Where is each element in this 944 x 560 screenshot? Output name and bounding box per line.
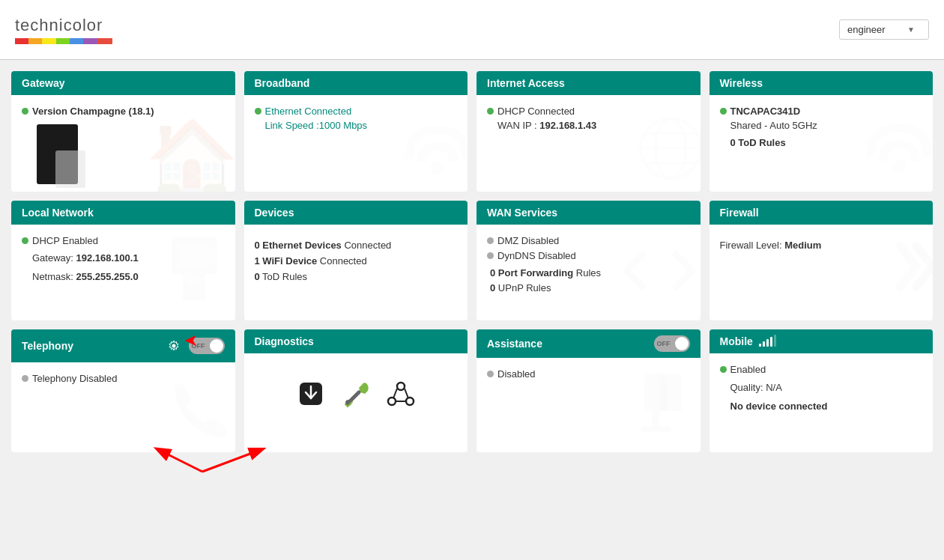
user-label: engineer: [847, 24, 886, 35]
assistance-toggle-label: OFF: [657, 340, 671, 347]
main-content: Gateway Version Champagne (18.1) 🏠 Broad…: [0, 60, 944, 463]
wireless-body: TNCAPAC341D Shared - Auto 5GHz 0 ToD Rul…: [709, 95, 934, 185]
wan-dmz: DMZ Disabled: [497, 235, 559, 246]
assistance-toggle[interactable]: OFF: [654, 335, 690, 352]
logo-area: technicolor: [15, 16, 112, 44]
mobile-no-device: No device connected: [730, 401, 828, 412]
telephony-header: Telephony OFF: [11, 329, 235, 362]
wireless-header: Wireless: [709, 71, 934, 95]
svg-line-19: [405, 389, 408, 398]
wan-services-card[interactable]: WAN Services DMZ Disabled DynDNS Disable…: [476, 201, 701, 320]
signal-bars-icon: [759, 336, 776, 347]
wan-pf-suffix: Rules: [573, 267, 601, 279]
chevron-down-icon: ▼: [907, 25, 915, 34]
gateway-card[interactable]: Gateway Version Champagne (18.1) 🏠: [11, 71, 235, 192]
firewall-title: Firewall: [720, 207, 759, 219]
assistance-header: Assistance OFF: [476, 329, 701, 358]
internet-wan-label: WAN IP :: [497, 120, 539, 131]
devices-eth-suffix: Connected: [342, 240, 392, 251]
dyndns-dot: [487, 252, 494, 259]
local-network-netmask-label: Netmask:: [32, 271, 76, 282]
diagnostics-body: [244, 353, 468, 443]
devices-eth-label: Ethernet Devices: [260, 240, 342, 251]
dmz-dot: [487, 237, 494, 244]
assistance-status: Disabled: [497, 368, 536, 380]
firewall-card[interactable]: Firewall Firewall Level: Medium: [709, 201, 934, 320]
telephony-toggle[interactable]: OFF: [189, 338, 225, 354]
mobile-enabled: Enabled: [730, 364, 766, 375]
mobile-header: Mobile: [709, 329, 934, 353]
local-network-card[interactable]: Local Network DHCP Enabled Gateway: 192.…: [11, 201, 235, 320]
mobile-quality-label: Quality:: [730, 382, 766, 393]
diagnostics-icons-area: [255, 364, 458, 423]
logo-colorbar: [15, 38, 112, 44]
devices-tod-count: 0: [255, 271, 260, 282]
local-network-body: DHCP Enabled Gateway: 192.168.100.1 Netm…: [11, 225, 235, 314]
broadband-line2: Link Speed :1000 Mbps: [265, 120, 368, 131]
diagnostics-card[interactable]: Diagnostics: [244, 329, 468, 452]
devices-header: Devices: [244, 201, 468, 225]
telephony-status-dot: [22, 375, 28, 382]
devices-card[interactable]: Devices 0 Ethernet Devices Connected 1 W…: [244, 201, 468, 320]
diagnostics-icon-download: [296, 379, 326, 416]
assistance-status-dot: [487, 371, 494, 377]
telephony-card[interactable]: Telephony OFF: [11, 329, 235, 452]
wireless-card[interactable]: Wireless TNCAPAC341D Shared - Auto 5GHz …: [709, 71, 934, 192]
wireless-title: Wireless: [720, 77, 763, 89]
broadband-line1: Ethernet Connected: [265, 106, 352, 117]
signal-bar-4: [770, 337, 772, 347]
telephony-status: Telephony Disabled: [32, 373, 117, 384]
internet-title: Internet Access: [487, 77, 565, 89]
local-network-gateway-label: Gateway:: [32, 252, 76, 264]
assistance-body: Disabled: [476, 358, 701, 448]
wireless-ssid: TNCAPAC341D: [730, 106, 801, 117]
wan-services-body: DMZ Disabled DynDNS Disabled 0 Port Forw…: [476, 225, 701, 314]
local-network-gateway-row: Gateway: 192.168.100.1: [32, 249, 225, 268]
local-network-dhcp: DHCP Enabled: [32, 235, 98, 246]
assistance-card[interactable]: Assistance OFF Disabled: [476, 329, 701, 452]
wireless-dot: [720, 108, 727, 115]
firewall-level: Medium: [784, 240, 821, 251]
mobile-body: Enabled Quality: N/A No device connected: [709, 353, 934, 443]
signal-bar-2: [763, 341, 765, 347]
broadband-dot: [255, 108, 261, 115]
signal-bar-1: [759, 344, 761, 347]
internet-wan-value: 192.168.1.43: [539, 120, 596, 131]
diagnostics-title: Diagnostics: [255, 335, 314, 347]
local-network-title: Local Network: [22, 207, 94, 219]
gateway-status-dot: [22, 108, 28, 115]
broadband-header: Broadband: [244, 71, 468, 95]
local-network-dot: [22, 237, 28, 244]
gateway-body: Version Champagne (18.1) 🏠: [11, 95, 235, 192]
svg-point-16: [388, 398, 396, 405]
mobile-no-device-row: No device connected: [730, 398, 923, 416]
wan-upnp-label: UPnP Rules: [495, 282, 551, 293]
svg-rect-23: [652, 411, 659, 426]
internet-header: Internet Access: [476, 71, 701, 95]
wan-services-title: WAN Services: [487, 207, 557, 219]
wan-dyndns: DynDNS Disabled: [497, 250, 576, 261]
broadband-body: Ethernet Connected Link Speed :1000 Mbps: [244, 95, 468, 185]
svg-point-6: [892, 160, 906, 174]
firewall-header: Firewall: [709, 201, 934, 225]
user-dropdown[interactable]: engineer ▼: [839, 19, 929, 40]
telephony-bg-icon: [160, 374, 235, 452]
wireless-tod: 0 ToD Rules: [730, 137, 786, 148]
wan-pf-label: Port Forwarding: [495, 267, 573, 279]
gateway-title: Gateway: [22, 77, 65, 89]
brand-name: technicolor: [15, 16, 112, 35]
internet-card[interactable]: Internet Access DHCP Connected WAN IP : …: [476, 71, 701, 192]
diagnostics-icon-network: [386, 379, 416, 416]
gateway-header: Gateway: [11, 71, 235, 95]
devices-wifi-label: WiFi Device: [260, 255, 317, 267]
devices-eth-count: 0: [255, 240, 260, 251]
telephony-settings-icon[interactable]: [163, 335, 184, 356]
telephony-title: Telephony: [22, 340, 73, 352]
mobile-card[interactable]: Mobile Enabled Quality: N/A: [709, 329, 934, 452]
local-network-gateway-value: 192.168.100.1: [76, 252, 139, 264]
broadband-card[interactable]: Broadband Ethernet Connected Link Speed …: [244, 71, 468, 192]
local-network-netmask-row: Netmask: 255.255.255.0: [32, 268, 225, 287]
devices-wifi-suffix: Connected: [317, 255, 367, 267]
svg-line-18: [393, 389, 397, 398]
signal-bar-3: [766, 339, 769, 347]
